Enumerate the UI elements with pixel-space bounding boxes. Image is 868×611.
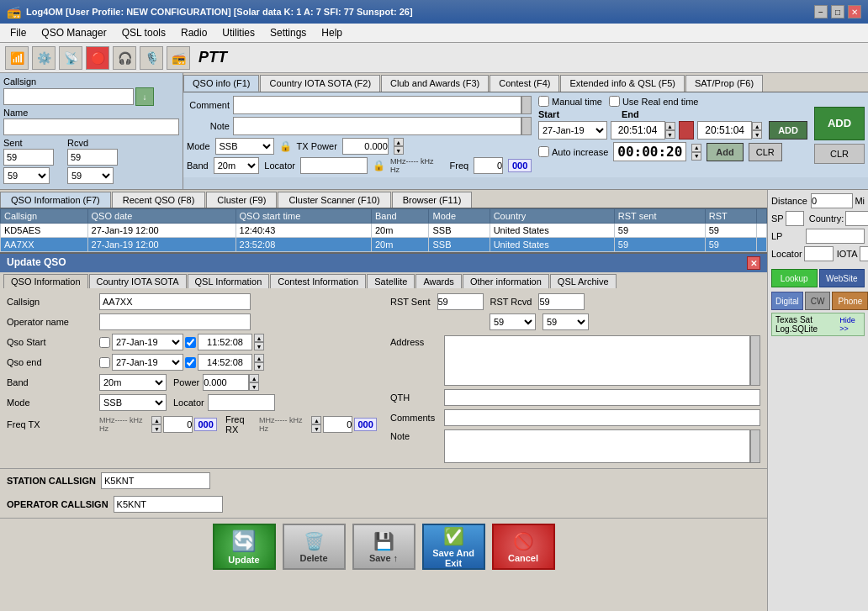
update-locator-input[interactable] [208,394,275,411]
phone-button[interactable]: Phone [832,292,868,310]
update-tab-satellite[interactable]: Satellite [367,274,415,288]
table-row[interactable]: KD5AES 27-Jan-19 12:00 12:40:43 20m SSB … [1,224,767,238]
tx-power-input[interactable] [342,138,389,155]
note-scrollbar[interactable] [521,117,532,135]
freq-rx-input[interactable] [323,416,352,433]
update-tab-qso-info[interactable]: QSO Information [3,274,88,288]
delete-button[interactable]: 🗑️ Delete [283,524,346,570]
tab-qso-information[interactable]: QSO Information (F7) [0,192,111,208]
update-operator-input[interactable] [99,313,251,330]
qth-input[interactable] [444,389,760,406]
address-scrollbar[interactable] [750,335,760,386]
toolbar-wifi-icon[interactable]: 📶 [5,46,29,70]
comment-scrollbar[interactable] [521,96,532,114]
toolbar-antenna-icon[interactable]: 📡 [59,46,82,70]
add-button[interactable]: ADD [769,121,807,140]
qso-start-time-cb[interactable] [185,337,196,348]
update-mode-select[interactable]: SSB [99,394,167,411]
update-tab-awards[interactable]: Awards [415,274,461,288]
sp-input[interactable] [786,211,804,226]
end-time-down[interactable]: ▼ [752,130,762,139]
toolbar-mic-icon[interactable]: 🎙️ [140,46,163,70]
rst-sent-input[interactable] [437,293,484,310]
update-note-scrollbar[interactable] [750,429,760,463]
toolbar-settings-icon[interactable]: ⚙️ [32,46,56,70]
qso-start-down[interactable]: ▼ [254,342,264,350]
lookup-button[interactable]: Lookup [771,269,818,287]
manual-time-checkbox[interactable] [538,96,549,107]
update-callsign-input[interactable] [99,293,251,310]
name-input[interactable] [3,119,179,135]
sidebar-locator-input[interactable] [804,246,834,261]
qso-start-cb[interactable] [99,337,110,348]
operator-callsign-input[interactable] [114,496,223,513]
toolbar-headset-icon[interactable]: 🎧 [113,46,136,70]
update-power-up[interactable]: ▲ [249,374,259,382]
callsign-search-icon[interactable]: ↓ [135,87,154,106]
sent-input[interactable] [3,149,54,166]
country-input[interactable] [845,211,868,226]
menu-radio[interactable]: Radio [174,25,214,40]
update-power-input[interactable] [203,374,249,391]
qso-start-up[interactable]: ▲ [254,334,264,342]
start-time-up[interactable]: ▲ [665,122,675,130]
qso-end-time-cb[interactable] [185,357,196,368]
comments-input[interactable] [444,409,760,426]
update-tab-other[interactable]: Other information [463,274,549,288]
update-band-select[interactable]: 20m [99,374,167,391]
rst-rcvd-dropdown[interactable]: 59 [542,313,589,330]
tx-power-up[interactable]: ▲ [394,138,404,146]
tx-power-down[interactable]: ▼ [394,146,404,155]
menu-qso-manager[interactable]: QSO Manager [34,25,113,40]
address-textarea[interactable] [444,335,750,386]
save-exit-button[interactable]: ✅ Save And Exit [422,524,485,570]
rst-rcvd-input[interactable] [538,293,585,310]
menu-help[interactable]: Help [315,25,349,40]
qso-end-time[interactable] [198,354,252,371]
qso-start-date[interactable]: 27-Jan-19 [112,334,183,350]
update-tab-country[interactable]: Country IOTA SOTA [89,274,187,288]
freq-tx-down[interactable]: ▼ [151,424,161,433]
start-date-select[interactable]: 27-Jan-19 [538,121,607,140]
minimize-button[interactable]: − [814,5,828,18]
update-qso-close[interactable]: ✕ [747,256,760,270]
digital-button[interactable]: Digital [771,292,803,310]
locator-input[interactable] [300,157,368,174]
sent-dropdown[interactable]: 59 [3,167,50,184]
maximize-button[interactable]: □ [831,5,844,18]
rst-sent-dropdown[interactable]: 59 [490,313,536,330]
tab-extended-info[interactable]: Extended info & QSL (F5) [560,75,685,92]
qso-start-time[interactable] [198,334,252,350]
timer-up[interactable]: ▲ [691,144,701,152]
mode-select[interactable]: SSB [215,138,274,155]
tab-club-awards[interactable]: Club and Awards (F3) [381,75,489,92]
menu-settings[interactable]: Settings [263,25,313,40]
save-button[interactable]: 💾 Save ↑ [352,524,415,570]
callsign-input[interactable] [3,88,134,105]
station-callsign-input[interactable] [101,472,210,489]
tab-contest[interactable]: Contest (F4) [490,75,559,92]
freq-input[interactable] [474,157,503,174]
menu-qsl-tools[interactable]: QSL tools [115,25,172,40]
freq-tx-up[interactable]: ▲ [151,416,161,424]
qso-end-down[interactable]: ▼ [254,362,264,371]
update-tab-qsl-archive[interactable]: QSL Archive [550,274,617,288]
menu-file[interactable]: File [3,25,33,40]
cw-button[interactable]: CW [805,292,831,310]
comment-textarea[interactable] [233,96,521,114]
lp-input[interactable] [806,229,865,244]
tab-recent-qso[interactable]: Recent QSO (F8) [112,192,206,208]
menu-utilities[interactable]: Utilities [215,25,262,40]
qso-end-cb[interactable] [99,357,110,368]
start-time-down[interactable]: ▼ [665,130,675,139]
rcvd-dropdown[interactable]: 59 [67,167,114,184]
clr-button[interactable]: CLR [749,143,782,161]
distance-input[interactable] [811,193,853,208]
note-textarea[interactable] [233,117,521,135]
big-add-button[interactable]: ADD [814,107,865,140]
tab-cluster-scanner[interactable]: Cluster Scanner (F10) [278,192,390,208]
tab-browser[interactable]: Browser (F11) [392,192,473,208]
toolbar-red-icon[interactable]: 🔴 [86,46,109,70]
tab-sat-prop[interactable]: SAT/Prop (F6) [685,75,763,92]
toolbar-radio-icon[interactable]: 📻 [167,46,190,70]
